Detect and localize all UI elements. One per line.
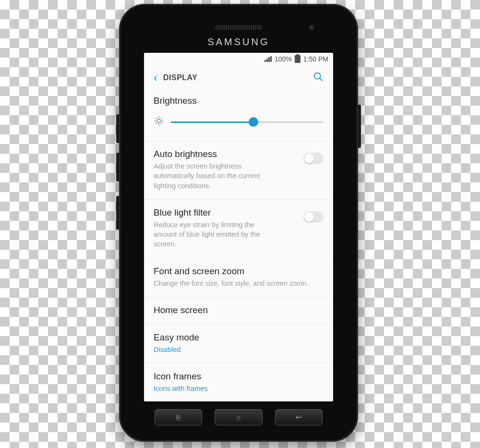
hw-separator xyxy=(267,409,270,425)
blue-light-label: Blue light filter xyxy=(154,207,303,218)
icon-frames-value: Icons with frames xyxy=(154,384,278,393)
easy-mode-value: Disabled xyxy=(154,345,278,354)
brightness-label: Brightness xyxy=(154,96,324,106)
brightness-track[interactable] xyxy=(171,121,324,123)
brightness-thumb[interactable] xyxy=(249,117,258,127)
hardware-nav: ⎘ ⌂ ↩ xyxy=(155,409,323,425)
status-bar: 100% 1:50 PM xyxy=(144,53,333,65)
screen: 100% 1:50 PM ‹ DISPLAY Brightness xyxy=(144,53,333,401)
page-header: ‹ DISPLAY xyxy=(144,65,333,91)
auto-brightness-toggle[interactable] xyxy=(303,153,324,164)
volume-up-button[interactable] xyxy=(116,114,119,143)
side-key-button[interactable] xyxy=(116,196,119,230)
phone-frame: SAMSUNG 100% 1:50 PM ‹ DISPLAY Brightnes… xyxy=(119,4,358,442)
home-button[interactable]: ⌂ xyxy=(215,409,262,425)
auto-brightness-sub: Adjust the screen brightness automatical… xyxy=(154,161,278,191)
earpiece xyxy=(215,25,263,30)
settings-list: Brightness xyxy=(144,91,333,401)
svg-line-1 xyxy=(320,78,323,81)
home-screen-item[interactable]: Home screen xyxy=(144,297,333,324)
back-button[interactable]: ↩ xyxy=(275,409,323,425)
icon-frames-item[interactable]: Icon frames Icons with frames xyxy=(144,363,333,401)
svg-point-2 xyxy=(157,119,160,122)
easy-mode-label: Easy mode xyxy=(154,332,324,343)
svg-line-8 xyxy=(161,123,162,124)
svg-line-7 xyxy=(156,118,156,119)
svg-line-9 xyxy=(156,123,156,124)
blue-light-sub: Reduce eye strain by limiting the amount… xyxy=(154,220,278,249)
device-brand: SAMSUNG xyxy=(207,36,269,48)
blue-light-toggle[interactable] xyxy=(303,211,324,223)
volume-down-button[interactable] xyxy=(116,153,119,182)
svg-line-10 xyxy=(161,118,162,119)
battery-icon xyxy=(295,55,300,63)
blue-light-item[interactable]: Blue light filter Reduce eye strain by l… xyxy=(144,199,333,258)
font-zoom-label: Font and screen zoom xyxy=(154,266,324,277)
svg-point-0 xyxy=(314,73,321,79)
brightness-slider[interactable] xyxy=(154,116,324,128)
font-zoom-sub: Change the font size, font style, and sc… xyxy=(154,278,324,288)
brightness-icon xyxy=(154,116,164,128)
auto-brightness-label: Auto brightness xyxy=(154,149,303,159)
battery-pct: 100% xyxy=(275,55,292,63)
auto-brightness-item[interactable]: Auto brightness Adjust the screen bright… xyxy=(144,141,333,199)
signal-icon xyxy=(264,56,272,62)
front-camera xyxy=(308,24,315,31)
clock: 1:50 PM xyxy=(303,55,328,63)
recents-button[interactable]: ⎘ xyxy=(155,409,202,425)
brightness-section: Brightness xyxy=(144,91,333,141)
easy-mode-item[interactable]: Easy mode Disabled xyxy=(144,324,333,363)
back-icon[interactable]: ‹ xyxy=(151,69,160,86)
power-button[interactable] xyxy=(358,105,361,148)
icon-frames-label: Icon frames xyxy=(154,371,324,382)
search-icon[interactable] xyxy=(310,69,326,87)
brightness-fill xyxy=(171,121,253,123)
font-zoom-item[interactable]: Font and screen zoom Change the font siz… xyxy=(144,258,333,297)
home-screen-label: Home screen xyxy=(154,305,324,315)
page-title: DISPLAY xyxy=(163,73,310,82)
hw-separator xyxy=(207,409,210,425)
